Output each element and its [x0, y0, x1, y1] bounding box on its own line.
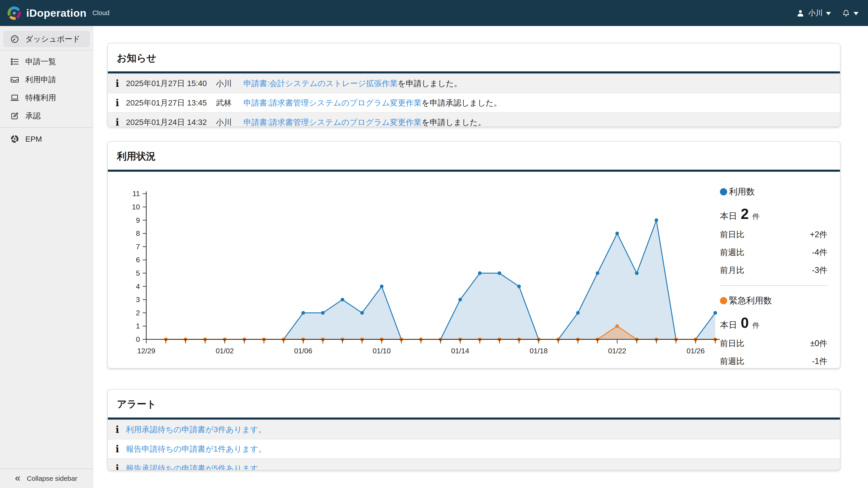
today-unit: 件 [752, 212, 760, 222]
notices-accent-bar [108, 71, 840, 73]
delta-value: -3件 [812, 265, 827, 276]
usage-stats-panel: 利用数 本日 2 件 前日比 +2件 前週比 -4件 前月比 -3件 緊急利用数… [720, 186, 827, 368]
alerts-title: アラート [108, 390, 840, 418]
legend-label: 緊急利用数 [729, 295, 772, 306]
list-icon [10, 57, 20, 66]
notices-title: お知らせ [108, 43, 840, 71]
today-label: 本日 [720, 210, 737, 222]
delta-row: 前月比 -3件 [720, 265, 827, 276]
alerts-card: アラート i 利用承認待ちの申請書が3件あります。 i 報告申請待ちの申請書が1… [107, 389, 840, 470]
svg-text:01/26: 01/26 [686, 347, 705, 355]
legend-label: 利用数 [729, 186, 755, 197]
delta-row: 前日比 +2件 [720, 229, 827, 240]
delta-row: 前週比 -4件 [720, 247, 827, 258]
alert-link[interactable]: 報告承認待ちの申請書が5件あります。 [126, 463, 266, 470]
legend-usage: 利用数 [720, 186, 827, 197]
person-icon [796, 8, 805, 18]
today-value: 2 [741, 205, 749, 222]
notice-suffix: を申請しました。 [422, 117, 486, 127]
delta-row: 前日比 ±0件 [720, 338, 827, 349]
svg-text:8: 8 [136, 229, 140, 237]
sidebar-item-label: ダッシュボード [25, 34, 80, 44]
svg-text:2: 2 [136, 309, 140, 317]
delta-label: 前日比 [720, 229, 744, 240]
notifications-menu[interactable] [842, 9, 859, 18]
laptop-icon [10, 93, 20, 103]
edit-icon [10, 111, 20, 121]
notice-link[interactable]: 申請書:請求書管理システムのプログラム変更作業 [243, 117, 422, 127]
svg-text:6: 6 [136, 256, 140, 264]
alert-link[interactable]: 利用承認待ちの申請書が3件あります。 [126, 424, 266, 435]
today-unit: 件 [752, 321, 760, 330]
stats-divider [720, 285, 827, 286]
sidebar-item-privileged-use[interactable]: 特権利用 [0, 89, 93, 107]
svg-text:11: 11 [132, 190, 140, 198]
sidebar-item-approval[interactable]: 承認 [0, 107, 93, 125]
notice-datetime: 2025年01月27日 13:45 [126, 98, 207, 108]
gauge-icon [10, 34, 20, 44]
info-icon: i [116, 78, 126, 89]
notice-datetime: 2025年01月27日 15:40 [126, 78, 207, 89]
svg-text:0: 0 [136, 335, 140, 344]
delta-value: +2件 [810, 229, 827, 240]
alert-row: i 利用承認待ちの申請書が3件あります。 [108, 420, 840, 439]
delta-label: 前日比 [720, 338, 744, 349]
alert-row: i 報告申請待ちの申請書が1件あります。 [108, 439, 840, 458]
notice-user: 武林 [216, 98, 232, 108]
svg-text:4: 4 [136, 283, 140, 291]
sidebar-item-dashboard[interactable]: ダッシュボード [3, 31, 90, 47]
today-label: 本日 [720, 319, 737, 331]
orange-dot-icon [720, 297, 727, 304]
sidebar-divider [0, 50, 93, 51]
info-icon: i [116, 117, 126, 127]
info-icon: i [116, 463, 126, 470]
svg-text:01/22: 01/22 [608, 347, 626, 355]
svg-text:01/18: 01/18 [530, 347, 548, 355]
notice-row: i 2025年01月27日 15:40 小川 申請書:会計システムのストレージ拡… [108, 73, 840, 93]
notices-card: お知らせ i 2025年01月27日 15:40 小川 申請書:会計システムのス… [107, 43, 840, 127]
brand: iDoperation Cloud [0, 6, 110, 21]
sidebar-item-usage-request[interactable]: 利用申請 [0, 71, 93, 89]
info-icon: i [116, 424, 126, 435]
sidebar-item-label: 利用申請 [25, 74, 56, 85]
delta-label: 前週比 [720, 247, 744, 258]
sidebar-item-request-list[interactable]: 申請一覧 [0, 53, 93, 71]
epm-icon [10, 134, 20, 144]
sidebar-item-label: 承認 [25, 111, 41, 121]
svg-text:3: 3 [136, 295, 140, 304]
notice-suffix: を申請しました。 [398, 78, 462, 89]
collapse-sidebar-label: Collapse sidebar [27, 475, 77, 482]
sidebar-item-label: 申請一覧 [25, 57, 56, 67]
sidebar-item-epm[interactable]: EPM [0, 130, 93, 148]
svg-text:1: 1 [136, 322, 140, 330]
chevron-down-icon [826, 12, 831, 15]
alert-link[interactable]: 報告申請待ちの申請書が1件あります。 [126, 444, 266, 454]
usage-card: 利用状況 0123456789101112/2901/0201/0601/100… [107, 141, 840, 368]
sidebar-item-label: 特権利用 [25, 93, 56, 103]
notice-user: 小川 [216, 78, 232, 89]
user-menu[interactable]: 小川 [796, 8, 831, 18]
today-value: 0 [741, 315, 749, 331]
delta-label: 前週比 [720, 356, 744, 367]
usage-title: 利用状況 [108, 142, 840, 170]
notice-link[interactable]: 申請書:会計システムのストレージ拡張作業 [243, 78, 398, 89]
svg-text:7: 7 [136, 242, 140, 251]
notice-link[interactable]: 申請書:請求書管理システムのプログラム変更作業 [243, 98, 422, 108]
delta-value: ±0件 [810, 338, 827, 349]
delta-row: 前週比 -1件 [720, 356, 827, 367]
notice-row: i 2025年01月27日 13:45 武林 申請書:請求書管理システムのプログ… [108, 93, 840, 112]
inbox-icon [10, 75, 20, 85]
collapse-sidebar-button[interactable]: « Collapse sidebar [0, 468, 93, 488]
svg-text:12/29: 12/29 [137, 347, 155, 355]
legend-emergency: 緊急利用数 [720, 295, 827, 306]
svg-text:9: 9 [136, 216, 140, 224]
brand-suffix: Cloud [92, 9, 110, 17]
header-actions: 小川 [796, 8, 868, 18]
chevron-down-icon [854, 12, 859, 15]
sidebar-divider [0, 127, 93, 128]
blue-dot-icon [720, 188, 727, 195]
alert-row: i 報告承認待ちの申請書が5件あります。 [108, 458, 840, 470]
notice-user: 小川 [216, 117, 232, 127]
delta-value: -1件 [812, 356, 827, 367]
delta-value: -4件 [812, 247, 827, 258]
